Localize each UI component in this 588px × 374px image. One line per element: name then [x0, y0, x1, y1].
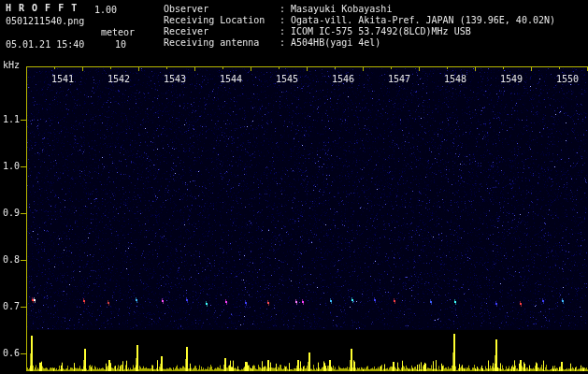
freq-label-0-9: 0.9: [3, 208, 25, 218]
observer-value: : Masayuki Kobayashi: [280, 4, 392, 14]
time-label-1542: 1542: [105, 74, 133, 84]
spectrogram-canvas: [0, 0, 588, 374]
time-label-1544: 1544: [217, 74, 245, 84]
freq-label-1-0: 1.0: [3, 161, 25, 171]
time-label-1543: 1543: [161, 74, 189, 84]
freq-label-1-1: 1.1: [3, 114, 25, 124]
receiving-location-label: Receiving Location: [164, 15, 265, 25]
freq-label-0-6: 0.6: [3, 348, 25, 358]
freq-unit-label: kHz: [3, 60, 25, 70]
time-label-1546: 1546: [329, 74, 357, 84]
time-label-1547: 1547: [385, 74, 413, 84]
receiver-value: : ICOM IC-575 53.7492(8LCD)MHz USB: [280, 26, 471, 36]
time-label-1545: 1545: [273, 74, 301, 84]
receiving-antenna-label: Receiving antenna: [164, 37, 259, 48]
app-title: H R O F F T: [6, 3, 78, 13]
freq-label-0-8: 0.8: [3, 254, 25, 265]
hrofft-screenshot: H R O F F T 1.00 0501211540.png meteor 0…: [0, 0, 588, 374]
app-version: 1.00: [94, 5, 117, 15]
observation-datetime: 05.01.21 15:40: [6, 39, 84, 50]
observation-mode: meteor: [101, 27, 135, 37]
receiving-location-value: : Ogata-vill. Akita-Pref. JAPAN (139.96E…: [280, 15, 555, 25]
receiving-antenna-value: : A504HB(yagi 4el): [280, 37, 380, 48]
receiver-label: Receiver: [164, 26, 208, 36]
interval-minutes: 10: [115, 39, 126, 50]
output-filename: 0501211540.png: [6, 16, 84, 26]
time-label-1548: 1548: [441, 74, 469, 84]
freq-label-0-7: 0.7: [3, 301, 25, 311]
time-label-1549: 1549: [497, 74, 525, 84]
time-label-1541: 1541: [49, 74, 77, 84]
observer-label: Observer: [164, 4, 208, 14]
time-label-1550: 1550: [553, 74, 581, 84]
